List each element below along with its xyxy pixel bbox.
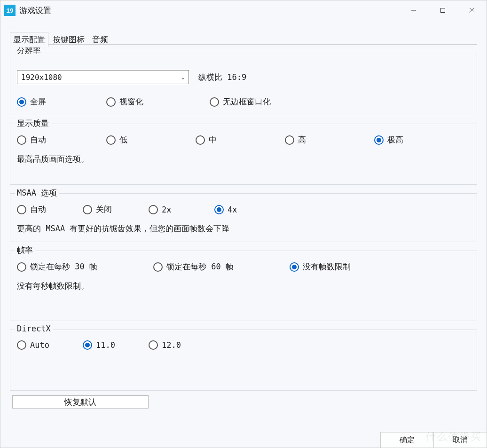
group-fps: 帧率 锁定在每秒 30 帧 锁定在每秒 60 帧 没有帧数限制 没有每秒帧数限制… xyxy=(10,251,477,321)
radio-quality-low[interactable]: 低 xyxy=(106,134,196,145)
radio-fps-60[interactable]: 锁定在每秒 60 帧 xyxy=(153,261,290,272)
radio-fps-30[interactable]: 锁定在每秒 30 帧 xyxy=(17,261,153,272)
app-icon: 19 xyxy=(4,5,16,16)
tab-display[interactable]: 显示配置 xyxy=(10,32,48,47)
radio-label: 低 xyxy=(119,134,127,145)
chevron-down-icon: ⌄ xyxy=(181,74,185,80)
window-controls xyxy=(399,0,487,20)
radio-windowed[interactable]: 视窗化 xyxy=(106,96,210,107)
radio-label: 11.0 xyxy=(96,340,115,350)
radio-label: 关闭 xyxy=(96,204,112,215)
group-label-quality: 显示质量 xyxy=(15,118,51,129)
radio-msaa-auto[interactable]: 自动 xyxy=(17,204,83,215)
group-resolution: 分辨率 1920x1080 ⌄ 纵横比 16:9 全屏 视窗化 xyxy=(10,51,477,115)
radio-label: Auto xyxy=(30,340,49,350)
radio-label: 锁定在每秒 30 帧 xyxy=(30,261,97,272)
radio-fullscreen[interactable]: 全屏 xyxy=(17,96,106,107)
radio-label: 自动 xyxy=(30,134,46,145)
minimize-button[interactable] xyxy=(399,0,428,20)
radio-msaa-2x[interactable]: 2x xyxy=(149,205,214,214)
resolution-value: 1920x1080 xyxy=(21,73,62,82)
radio-label: 中 xyxy=(209,134,217,145)
radio-msaa-off[interactable]: 关闭 xyxy=(83,204,149,215)
msaa-desc: 更高的 MSAA 有更好的抗锯齿效果，但您的画面帧数会下降 xyxy=(17,223,470,234)
fps-desc: 没有每秒帧数限制。 xyxy=(17,281,470,291)
radio-dx-12[interactable]: 12.0 xyxy=(149,340,214,350)
radio-quality-high[interactable]: 高 xyxy=(285,134,374,145)
radio-label: 自动 xyxy=(30,204,46,215)
restore-defaults-button[interactable]: 恢复默认 xyxy=(12,395,149,409)
svg-rect-1 xyxy=(441,8,445,13)
maximize-button[interactable] xyxy=(428,0,457,20)
radio-label: 没有帧数限制 xyxy=(303,261,351,272)
radio-label: 无边框窗口化 xyxy=(223,96,271,107)
radio-fps-unlimited[interactable]: 没有帧数限制 xyxy=(290,261,351,272)
radio-label: 锁定在每秒 60 帧 xyxy=(166,261,234,272)
radio-label: 2x xyxy=(162,205,171,214)
radio-quality-medium[interactable]: 中 xyxy=(196,134,285,145)
radio-label: 高 xyxy=(298,134,306,145)
radio-dx-11[interactable]: 11.0 xyxy=(83,340,149,350)
content: 分辨率 1920x1080 ⌄ 纵横比 16:9 全屏 视窗化 xyxy=(0,51,487,391)
group-label-fps: 帧率 xyxy=(15,245,35,256)
footer: 确定 取消 xyxy=(380,432,487,448)
titlebar: 19 游戏设置 xyxy=(0,0,487,20)
group-label-directx: DirectX xyxy=(15,324,53,333)
group-quality: 显示质量 自动 低 中 高 极高 最高品质画面选项。 xyxy=(10,124,477,185)
group-directx: DirectX Auto 11.0 12.0 xyxy=(10,330,477,391)
radio-quality-ultra[interactable]: 极高 xyxy=(374,134,403,145)
radio-label: 12.0 xyxy=(162,340,181,350)
cancel-button[interactable]: 取消 xyxy=(433,432,487,448)
window-title: 游戏设置 xyxy=(19,5,51,16)
radio-label: 全屏 xyxy=(30,96,46,107)
ok-button[interactable]: 确定 xyxy=(380,432,433,448)
radio-dx-auto[interactable]: Auto xyxy=(17,340,83,350)
resolution-select[interactable]: 1920x1080 ⌄ xyxy=(17,70,189,84)
tab-audio[interactable]: 音频 xyxy=(89,32,111,47)
radio-borderless[interactable]: 无边框窗口化 xyxy=(210,96,271,107)
tabs: 显示配置 按键图标 音频 xyxy=(0,31,487,47)
settings-window: 19 游戏设置 显示配置 按键图标 音频 分辨率 1920x1080 xyxy=(0,0,487,448)
radio-msaa-4x[interactable]: 4x xyxy=(214,205,280,214)
radio-label: 极高 xyxy=(387,134,403,145)
close-button[interactable] xyxy=(457,0,487,20)
tab-button-icons[interactable]: 按键图标 xyxy=(49,32,88,47)
quality-desc: 最高品质画面选项。 xyxy=(17,154,470,165)
group-label-msaa: MSAA 选项 xyxy=(15,188,59,198)
group-msaa: MSAA 选项 自动 关闭 2x 4x 更高的 MSAA 有更好的抗锯齿效果，但… xyxy=(10,193,477,242)
aspect-ratio-label: 纵横比 16:9 xyxy=(198,72,246,83)
radio-label: 视窗化 xyxy=(119,96,143,107)
radio-quality-auto[interactable]: 自动 xyxy=(17,134,106,145)
radio-label: 4x xyxy=(228,205,237,214)
